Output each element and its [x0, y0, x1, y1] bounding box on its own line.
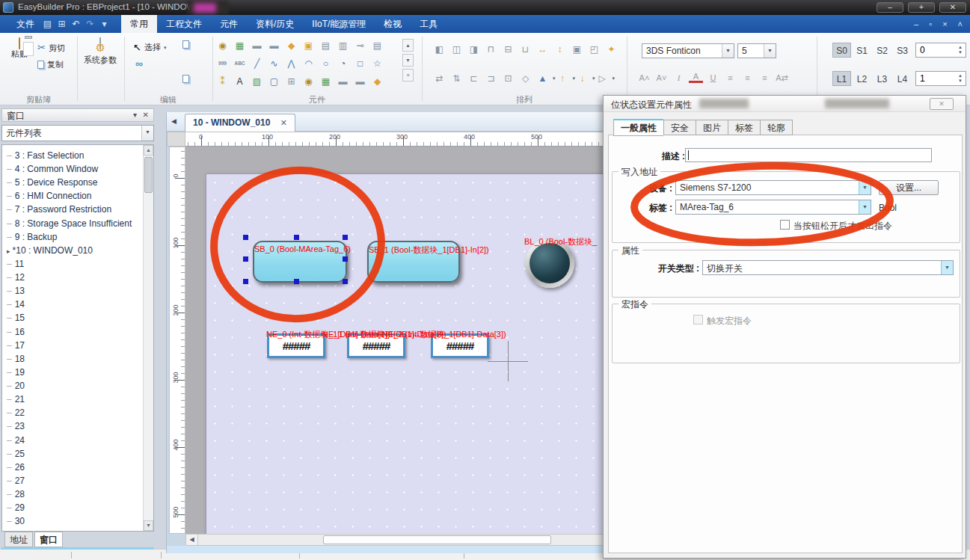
system-parameters-button[interactable]: ⚙ 系统参数: [79, 38, 121, 93]
chevron-down-icon[interactable]: ▼: [141, 126, 153, 141]
line-icon[interactable]: ╱: [250, 57, 264, 71]
rotate-icon[interactable]: ◇: [518, 72, 532, 86]
copy-button[interactable]: 复制: [37, 58, 64, 70]
switch-type-combo[interactable]: 切换开关 ▼: [702, 260, 954, 275]
text-style-icon[interactable]: A⇄: [775, 71, 789, 85]
tree-item[interactable]: –18: [7, 352, 141, 366]
ribbon-collapse-icon[interactable]: ˄: [958, 20, 963, 28]
menu-tab-5[interactable]: 检视: [375, 15, 411, 33]
selection-handle[interactable]: [343, 256, 348, 262]
option-list-icon[interactable]: ▤: [370, 39, 384, 53]
undo-icon[interactable]: ↶: [70, 19, 82, 30]
layer-order-icon[interactable]: ▲: [535, 72, 550, 86]
picture-icon[interactable]: ▨: [250, 75, 264, 89]
word-lamp-icon[interactable]: ▦: [233, 39, 247, 53]
paste-button[interactable]: 粘贴: [4, 38, 34, 93]
close-button[interactable]: ✕: [939, 2, 966, 13]
tree-item[interactable]: –23: [7, 419, 141, 433]
duplicate-button[interactable]: [182, 75, 189, 85]
shrink-font-icon[interactable]: A˅: [654, 71, 669, 85]
menu-tab-4[interactable]: IIoT/能源管理: [303, 15, 375, 33]
pin-icon[interactable]: ✦: [604, 43, 618, 57]
maximize-button[interactable]: +: [908, 2, 935, 13]
circle-icon[interactable]: ○: [319, 57, 333, 71]
align-left-icon[interactable]: ◧: [432, 43, 446, 57]
align-center-icon[interactable]: ◫: [449, 43, 464, 57]
tree-item[interactable]: –17: [7, 339, 141, 352]
state-button-s0[interactable]: S0: [832, 43, 851, 58]
fit-icon[interactable]: ⊡: [501, 72, 515, 86]
align-right-icon[interactable]: ◨: [467, 43, 481, 57]
language-spinner[interactable]: 1 ▲ ▼: [915, 71, 966, 86]
panel-menu-icon[interactable]: ▾: [133, 111, 137, 119]
spin-down-icon[interactable]: ▼: [957, 78, 964, 84]
window-copy-button[interactable]: [182, 40, 189, 51]
tree-item[interactable]: –3 : Fast Selection: [7, 149, 141, 162]
dialog-tab-0[interactable]: 一般属性: [613, 119, 663, 136]
chevron-down-icon[interactable]: ▾: [613, 76, 616, 81]
space-across-icon[interactable]: ⇄: [432, 72, 446, 86]
space-down-icon[interactable]: ⇅: [449, 72, 464, 86]
tree-item[interactable]: –19: [7, 366, 141, 379]
scroll-up-icon[interactable]: ▲: [144, 145, 153, 156]
height-equal-icon[interactable]: ↕: [553, 43, 567, 57]
polyline-icon[interactable]: ⋀: [284, 57, 298, 71]
document-tab[interactable]: 10 - WINDOW_010 ✕: [185, 114, 295, 132]
tree-view-selector[interactable]: 元件列表 ▼: [1, 125, 154, 141]
redo-icon[interactable]: ↷: [85, 19, 96, 30]
chevron-down-icon[interactable]: ▾: [164, 45, 167, 51]
window-minimize-icon[interactable]: –: [914, 20, 918, 28]
tree-item[interactable]: –6 : HMI Connection: [7, 189, 141, 203]
tree-item[interactable]: –24: [7, 434, 141, 447]
select-tool-button[interactable]: ↖ 选择 ▾: [133, 42, 166, 53]
language-button-l2[interactable]: L2: [853, 72, 871, 87]
grow-font-icon[interactable]: A˄: [637, 71, 651, 85]
tree-item[interactable]: –25: [7, 447, 141, 461]
gallery-down-icon[interactable]: ▼: [402, 54, 414, 67]
gallery-more-icon[interactable]: ≡: [402, 69, 414, 81]
language-button-l1[interactable]: L1: [832, 71, 851, 86]
chevron-down-icon[interactable]: ▼: [859, 200, 871, 214]
tree-item[interactable]: –28: [7, 487, 141, 501]
state-button-s2[interactable]: S2: [873, 43, 891, 58]
burst-icon[interactable]: ⁑: [215, 75, 230, 89]
align-middle-icon[interactable]: ⊟: [501, 43, 515, 57]
width-equal-icon[interactable]: ↔: [535, 43, 550, 57]
dialog-close-button[interactable]: ✕: [930, 98, 954, 110]
state-spinner[interactable]: 0 ▲ ▼: [915, 43, 966, 58]
tree-item[interactable]: –22: [7, 406, 141, 419]
tree-item[interactable]: –11: [7, 257, 141, 271]
scroll-left-icon[interactable]: ◀: [186, 535, 198, 545]
chevron-down-icon[interactable]: ▼: [764, 44, 776, 58]
device-settings-button[interactable]: 设置...: [879, 180, 939, 195]
expander-icon[interactable]: ▸: [7, 247, 10, 255]
bit-lamp2-icon[interactable]: ◉: [301, 75, 316, 89]
device-combo[interactable]: Siemens S7-1200 ▼: [675, 180, 871, 195]
multi-copy-icon[interactable]: ∞: [135, 58, 143, 70]
move-up-icon[interactable]: ↑: [556, 72, 570, 86]
align-text-center-icon[interactable]: ≡: [740, 71, 755, 85]
selection-handle[interactable]: [343, 235, 348, 240]
selection-handle[interactable]: [243, 256, 248, 262]
panel-close-icon[interactable]: ✕: [143, 111, 149, 119]
state-button-s3[interactable]: S3: [893, 43, 912, 58]
table-icon[interactable]: ⊞: [284, 75, 298, 89]
dialog-tab-1[interactable]: 安全: [663, 120, 696, 135]
tree-scrollbar[interactable]: ▲ ▼: [143, 145, 153, 531]
combo-button-icon[interactable]: ▥: [336, 39, 350, 53]
scroll-thumb[interactable]: [323, 535, 551, 544]
scroll-thumb[interactable]: [144, 157, 153, 193]
sidebar-tab-1[interactable]: 窗口: [34, 532, 63, 547]
tree-item[interactable]: –14: [7, 298, 141, 311]
gallery-up-icon[interactable]: ▲: [402, 39, 414, 52]
tag-combo[interactable]: MArea-Tag_6 ▼: [675, 200, 871, 215]
tree-item[interactable]: –7 : Password Restriction: [7, 203, 141, 216]
text-icon[interactable]: A: [233, 75, 247, 89]
wave-icon[interactable]: ∿: [267, 57, 281, 71]
minimize-button[interactable]: –: [877, 2, 903, 13]
canvas-horizontal-scrollbar[interactable]: ◀: [185, 534, 604, 546]
align-bottom-icon[interactable]: ⊔: [518, 43, 532, 57]
tree-item[interactable]: –21: [7, 393, 141, 406]
chevron-down-icon[interactable]: ▼: [941, 261, 953, 274]
dialog-tab-3[interactable]: 标签: [728, 120, 760, 135]
